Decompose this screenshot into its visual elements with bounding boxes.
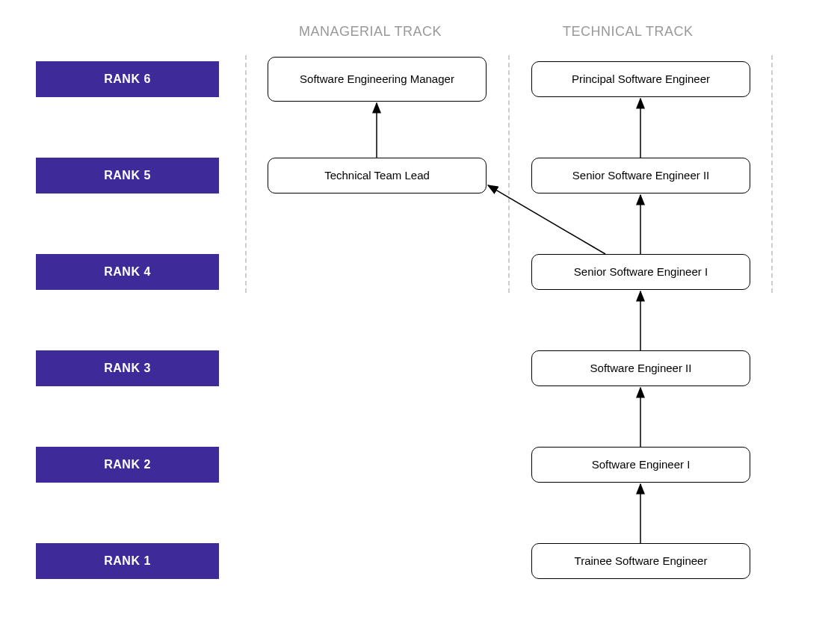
divider-line-left bbox=[245, 55, 247, 293]
rank-badge-2: RANK 2 bbox=[36, 447, 219, 483]
managerial-track-header: MANAGERIAL TRACK bbox=[299, 24, 442, 40]
role-box-tech-1: Trainee Software Engineer bbox=[531, 543, 750, 579]
technical-track-header: TECHNICAL TRACK bbox=[563, 24, 694, 40]
role-box-tech-3: Software Engineer II bbox=[531, 350, 750, 386]
role-box-manager-5: Technical Team Lead bbox=[268, 158, 487, 193]
rank-badge-5: RANK 5 bbox=[36, 158, 219, 193]
divider-line-right bbox=[771, 55, 773, 293]
rank-badge-4: RANK 4 bbox=[36, 254, 219, 290]
arrow-tech4-to-mgr5 bbox=[488, 185, 605, 254]
role-box-tech-2: Software Engineer I bbox=[531, 447, 750, 483]
role-box-tech-4: Senior Software Engineer I bbox=[531, 254, 750, 290]
rank-badge-3: RANK 3 bbox=[36, 350, 219, 386]
role-box-tech-6: Principal Software Engineer bbox=[531, 61, 750, 97]
role-box-manager-6: Software Engineering Manager bbox=[268, 57, 487, 102]
role-box-tech-5: Senior Software Engineer II bbox=[531, 158, 750, 193]
divider-line-mid bbox=[508, 55, 510, 293]
rank-badge-6: RANK 6 bbox=[36, 61, 219, 97]
rank-badge-1: RANK 1 bbox=[36, 543, 219, 579]
